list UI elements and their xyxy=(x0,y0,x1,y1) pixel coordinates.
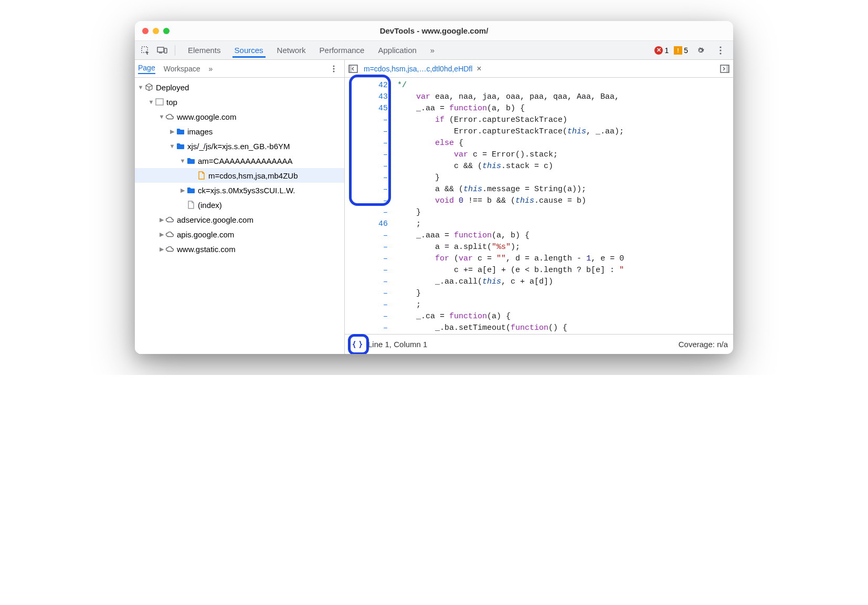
tree-node-deployed[interactable]: ▼ Deployed xyxy=(135,80,344,95)
svg-point-5 xyxy=(719,49,721,51)
code-line[interactable]: ; xyxy=(397,299,733,311)
svg-rect-2 xyxy=(159,53,162,54)
line-number[interactable]: 43 xyxy=(345,91,388,103)
collapsed-line-marker[interactable]: – xyxy=(345,114,388,126)
expand-toggle-icon[interactable]: ▶ xyxy=(179,187,186,194)
code-line[interactable]: } xyxy=(397,172,733,184)
collapsed-line-marker[interactable]: – xyxy=(345,322,388,334)
tab-elements[interactable]: Elements xyxy=(186,43,223,58)
code-line[interactable]: a && (this.message = String(a)); xyxy=(397,184,733,195)
collapsed-line-marker[interactable]: – xyxy=(345,172,388,184)
tab-sources[interactable]: Sources xyxy=(232,43,266,58)
tree-node-images[interactable]: ▶ images xyxy=(135,124,344,139)
tree-node-gstatic[interactable]: ▶ www.gstatic.com xyxy=(135,242,344,256)
code-line[interactable]: } xyxy=(397,288,733,299)
tree-node-adservice[interactable]: ▶ adservice.google.com xyxy=(135,212,344,227)
tree-node-ck[interactable]: ▶ ck=xjs.s.0Mx5ys3sCUI.L.W. xyxy=(135,183,344,197)
more-tabs-button[interactable]: » xyxy=(428,43,437,58)
code-line[interactable]: var c = Error().stack; xyxy=(397,149,733,161)
code-line[interactable]: _.aa.call(this, c + a[d]) xyxy=(397,276,733,288)
file-icon xyxy=(186,200,196,210)
collapsed-line-marker[interactable]: – xyxy=(345,265,388,276)
code-line[interactable]: _.aa = function(a, b) { xyxy=(397,103,733,114)
close-tab-icon[interactable]: × xyxy=(477,64,481,74)
close-window-button[interactable] xyxy=(142,28,149,34)
kebab-menu-icon[interactable] xyxy=(713,43,728,58)
navigator-kebab-icon[interactable] xyxy=(326,61,341,76)
code-line[interactable]: c && (this.stack = c) xyxy=(397,161,733,172)
code-line[interactable]: else { xyxy=(397,138,733,149)
tree-node-top[interactable]: ▼ top xyxy=(135,95,344,109)
collapsed-line-marker[interactable]: – xyxy=(345,184,388,195)
code-line[interactable]: for (var c = "", d = a.length - 1, e = 0 xyxy=(397,253,733,265)
svg-rect-14 xyxy=(726,65,729,72)
line-number[interactable]: 42 xyxy=(345,80,388,91)
collapsed-line-marker[interactable]: – xyxy=(345,161,388,172)
toggle-debugger-icon[interactable] xyxy=(718,62,731,75)
toggle-navigator-icon[interactable] xyxy=(347,62,359,75)
collapsed-line-marker[interactable]: – xyxy=(345,126,388,138)
code-line[interactable]: _.aaa = function(a, b) { xyxy=(397,230,733,242)
svg-point-6 xyxy=(719,53,721,54)
tab-network[interactable]: Network xyxy=(275,43,308,58)
collapsed-line-marker[interactable]: – xyxy=(345,195,388,207)
navigator-tab-page[interactable]: Page xyxy=(138,64,155,74)
tree-node-selected-file[interactable]: m=cdos,hsm,jsa,mb4ZUb xyxy=(135,168,344,183)
tab-performance[interactable]: Performance xyxy=(317,43,367,58)
expand-toggle-icon[interactable]: ▶ xyxy=(168,128,176,135)
code-line[interactable]: } xyxy=(397,207,733,218)
code-line[interactable]: c += a[e] + (e < b.length ? b[e] : " xyxy=(397,265,733,276)
code-line[interactable]: if (Error.captureStackTrace) xyxy=(397,114,733,126)
line-number[interactable]: 46 xyxy=(345,218,388,230)
collapsed-line-marker[interactable]: – xyxy=(345,276,388,288)
expand-toggle-icon[interactable]: ▶ xyxy=(158,216,165,223)
tree-node-google-domain[interactable]: ▼ www.google.com xyxy=(135,109,344,124)
expand-toggle-icon[interactable]: ▶ xyxy=(158,246,165,253)
error-count-badge[interactable]: ✕ 1 xyxy=(654,46,669,55)
tree-label: www.gstatic.com xyxy=(177,245,236,254)
code-line[interactable]: a = a.split("%s"); xyxy=(397,242,733,253)
navigator-more-tabs[interactable]: » xyxy=(208,65,213,73)
collapsed-line-marker[interactable]: – xyxy=(345,299,388,311)
code-content[interactable]: */ var eaa, naa, jaa, oaa, paa, qaa, Aaa… xyxy=(392,78,733,334)
tree-node-am[interactable]: ▼ am=CAAAAAAAAAAAAAA xyxy=(135,153,344,168)
code-line[interactable]: ; xyxy=(397,218,733,230)
code-line[interactable]: var eaa, naa, jaa, oaa, paa, qaa, Aaa, B… xyxy=(397,91,733,103)
expand-toggle-icon[interactable]: ▶ xyxy=(158,231,165,238)
inspect-element-icon[interactable] xyxy=(138,43,153,58)
device-toolbar-icon[interactable] xyxy=(155,43,170,58)
collapsed-line-marker[interactable]: – xyxy=(345,207,388,218)
tree-node-xjs[interactable]: ▼ xjs/_/js/k=xjs.s.en_GB.-b6YM xyxy=(135,139,344,153)
expand-toggle-icon[interactable]: ▼ xyxy=(179,158,186,164)
minimize-window-button[interactable] xyxy=(153,28,159,34)
settings-icon[interactable] xyxy=(693,43,708,58)
collapsed-line-marker[interactable]: – xyxy=(345,242,388,253)
tab-application[interactable]: Application xyxy=(376,43,418,58)
collapsed-line-marker[interactable]: – xyxy=(345,253,388,265)
warning-count-badge[interactable]: ! 5 xyxy=(674,46,688,55)
tree-node-index[interactable]: (index) xyxy=(135,197,344,212)
expand-toggle-icon[interactable]: ▼ xyxy=(147,99,155,105)
code-line[interactable]: */ xyxy=(397,80,733,91)
code-line[interactable]: _.ba.setTimeout(function() { xyxy=(397,322,733,334)
collapsed-line-marker[interactable]: – xyxy=(345,230,388,242)
tree-node-apis[interactable]: ▶ apis.google.com xyxy=(135,227,344,242)
editor-tab-active[interactable]: m=cdos,hsm,jsa,…c,dtl0hd,eHDfl × xyxy=(364,64,482,74)
code-line[interactable]: Error.captureStackTrace(this, _.aa); xyxy=(397,126,733,138)
expand-toggle-icon[interactable]: ▼ xyxy=(137,84,144,90)
code-editor[interactable]: 424345–––––––––46–––––––––– */ var eaa, … xyxy=(345,78,733,334)
code-line[interactable]: _.ca = function(a) { xyxy=(397,311,733,322)
collapsed-line-marker[interactable]: – xyxy=(345,311,388,322)
navigator-tab-workspace[interactable]: Workspace xyxy=(164,65,200,73)
collapsed-line-marker[interactable]: – xyxy=(345,138,388,149)
collapsed-line-marker[interactable]: – xyxy=(345,288,388,299)
expand-toggle-icon[interactable]: ▼ xyxy=(168,143,176,149)
expand-toggle-icon[interactable]: ▼ xyxy=(158,113,165,120)
line-number[interactable]: 45 xyxy=(345,103,388,114)
maximize-window-button[interactable] xyxy=(163,28,170,34)
pretty-print-button[interactable] xyxy=(350,337,365,352)
tree-label: (index) xyxy=(198,201,222,210)
code-line[interactable]: void 0 !== b && (this.cause = b) xyxy=(397,195,733,207)
line-gutter[interactable]: 424345–––––––––46–––––––––– xyxy=(345,78,392,334)
collapsed-line-marker[interactable]: – xyxy=(345,149,388,161)
